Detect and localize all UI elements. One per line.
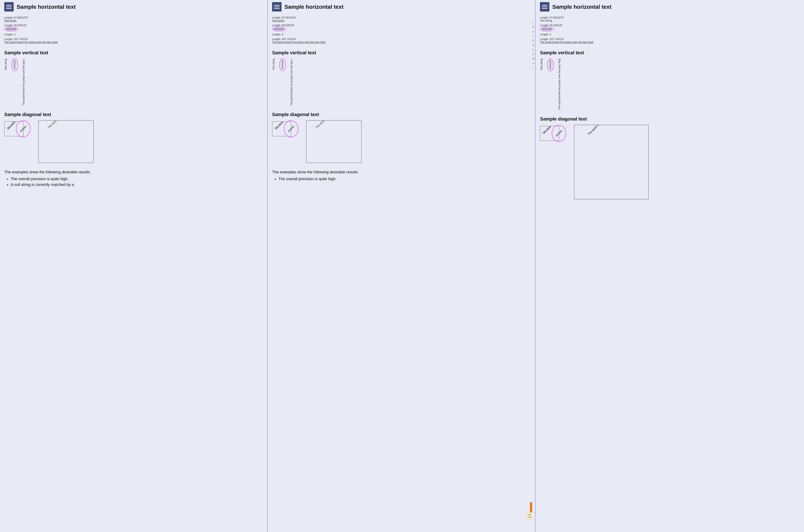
h-item-2-mid: Length: 0 [272, 33, 531, 36]
diag-large-mid: The quick brown fox jumps over the lazy … [306, 120, 362, 163]
diag-small-right: Test string AVAVAV [540, 125, 568, 146]
vertical-section-right: Sample vertical text Test string AVAVAV … [540, 50, 799, 110]
panel-right-title: Sample horizontal text [552, 4, 611, 10]
diagonal-section-right: Sample diagonal text Test string AVAVAV … [540, 116, 799, 200]
h-value-3-left: The quick brown fox jumps over the lazy … [4, 41, 263, 44]
diagonal-text-area-mid: Test string AVAVAV The quick brown fox j… [272, 120, 531, 163]
bullet-list-mid: The overall precision is quite high. [279, 177, 531, 181]
diag-large-left: The quick brown fox jumps over the lazy … [38, 120, 94, 163]
vtext-oval-right: AVAVAV [547, 59, 554, 71]
diag-small-mid: Test string AVAVAV [272, 120, 300, 141]
panel-left-header: Sample horizontal text [4, 2, 263, 12]
diag-oval-left: AVAVAV [16, 120, 31, 137]
h-value-0-mid: Test string [272, 19, 531, 22]
h-label-3-mid: Length: 297.703125 [272, 38, 531, 41]
vtext-1-left: AVAVAV [13, 60, 16, 69]
h-label-1-left: Length: 69.328125 [4, 24, 263, 27]
diag-large-right: The quick brown fox jumps over the lazy … [574, 125, 649, 200]
bullet-0-left: The overall precision is quite high. [11, 177, 263, 181]
body-text-left: The examples show the following desirabl… [4, 169, 263, 175]
panel-mid-title: Sample horizontal text [285, 4, 343, 10]
diagonal-title-right: Sample diagonal text [540, 116, 799, 122]
diagonal-section-left: Sample diagonal text Test string AVAVAV … [4, 112, 263, 163]
panel-right-header: Sample horizontal text [540, 2, 799, 12]
h-item-0-mid: Length: 67.9921875 Test string [272, 16, 531, 22]
horizontal-section-left: Length: 67.9921875 Test string Length: 6… [4, 16, 263, 44]
diag-oval-mid: AVAVAV [284, 120, 298, 137]
diag-large-text-left: The quick brown fox jumps over the lazy … [47, 120, 89, 129]
diagonal-title-mid: Sample diagonal text [272, 112, 531, 117]
h-value-0-right: Test string [540, 19, 799, 22]
h-label-2-mid: Length: 0 [272, 33, 531, 36]
vertical-title-left: Sample vertical text [4, 50, 263, 56]
diag-oval-right: AVAVAV [552, 125, 566, 142]
panel-right: Sample horizontal text Length: 67.992187… [536, 0, 804, 532]
hamburger-icon-mid[interactable] [272, 2, 282, 12]
vertical-section-mid: Sample vertical text Test string AVAVAV … [272, 50, 531, 106]
panel-left-title: Sample horizontal text [17, 4, 76, 10]
h-label-3-left: Length: 297.703125 [4, 38, 263, 41]
vtext-oval-left: AVAVAV [12, 59, 18, 71]
h-item-0-left: Length: 67.9921875 Test string [4, 16, 263, 22]
h-label-0-left: Length: 67.9921875 [4, 16, 263, 19]
diag-small-text-right: Test string [542, 126, 551, 134]
vtext-2-mid: The quick brown fox jumps over the lazy … [290, 59, 293, 106]
h-label-1-right: Length: 69.328125 [540, 24, 799, 27]
diagonal-text-area-right: Test string AVAVAV The quick brown fox j… [540, 125, 799, 200]
edge-letters-mid: i e s i n C L n m o r [533, 21, 535, 69]
diagonal-title-left: Sample diagonal text [4, 112, 263, 117]
panel-left: Sample horizontal text Length: 67.992187… [0, 0, 268, 532]
avavav-oval-right: AVAVAV [540, 27, 554, 31]
diag-small-text-left: Test string [6, 121, 16, 130]
vertical-section-left: Sample vertical text Test string AVAVAV … [4, 50, 263, 106]
bullet-0-mid: The overall precision is quite high. [279, 177, 531, 181]
vtext-1-right-wrap: AVAVAV [547, 59, 554, 71]
horizontal-section-right: Length: 67.9921875 Test string Length: 6… [540, 16, 799, 44]
vtext-1-mid: AVAVAV [281, 60, 284, 69]
avavav-oval-left: AVAVAV [4, 27, 18, 31]
vertical-text-area-right: Test string AVAVAV The quick brown fox j… [540, 59, 799, 110]
h-label-2-left: Length: 0 [4, 33, 263, 36]
h-value-1-left: AVAVAV [6, 27, 16, 31]
h-item-3-left: Length: 297.703125 The quick brown fox j… [4, 38, 263, 44]
diag-large-text-mid: The quick brown fox jumps over the lazy … [315, 120, 357, 129]
h-item-2-right: Length: 0 [540, 33, 799, 36]
h-item-2-left: Length: 0 [4, 33, 263, 36]
vtext-1-mid-wrap: AVAVAV [279, 59, 286, 71]
diag-small-left: Test string AVAVAV [4, 120, 32, 141]
diag-small-text-mid: Test string [274, 121, 283, 130]
h-value-1-mid: AVAVAV [274, 27, 284, 31]
h-item-3-mid: Length: 297.703125 The quick brown fox j… [272, 38, 531, 44]
vertical-text-area-mid: Test string AVAVAV The quick brown fox j… [272, 59, 531, 106]
vtext-0-right: Test string [540, 59, 543, 70]
h-item-1-right: Length: 69.328125 AVAVAV [540, 24, 799, 31]
panel-mid-header: Sample horizontal text [272, 2, 531, 12]
h-value-3-right: The quick brown fox jumps over the lazy … [540, 41, 799, 44]
avavav-oval-mid: AVAVAV [272, 27, 286, 31]
vertical-title-right: Sample vertical text [540, 50, 799, 56]
vertical-title-mid: Sample vertical text [272, 50, 531, 56]
h-value-0-left: Test string [4, 19, 263, 22]
body-text-mid: The examples show the following desirabl… [272, 169, 531, 175]
horizontal-section-mid: Length: 67.9921875 Test string Length: 6… [272, 16, 531, 44]
diag-oval-text-right: AVAVAV [555, 129, 563, 137]
vertical-text-area-left: Test string AVAVAV The quick brown fox j… [4, 59, 263, 106]
h-value-1-right: AVAVAV [542, 27, 552, 31]
h-item-1-left: Length: 69.328125 AVAVAV [4, 24, 263, 31]
h-item-0-right: Length: 67.9921875 Test string [540, 16, 799, 22]
vtext-oval-mid: AVAVAV [279, 59, 286, 71]
h-item-1-mid: Length: 69.328125 AVAVAV [272, 24, 531, 31]
diagonal-section-mid: Sample diagonal text Test string AVAVAV … [272, 112, 531, 163]
h-label-1-mid: Length: 69.328125 [272, 24, 531, 27]
bullet-1-left: A null string is correctly matched by a [11, 183, 263, 187]
vtext-2-left: The quick brown fox jumps over the lazy … [22, 59, 25, 106]
h-item-3-right: Length: 297.703125 The quick brown fox j… [540, 38, 799, 44]
h-label-3-right: Length: 297.703125 [540, 38, 799, 41]
vtext-2-right: The quick brown fox jumps over the lazy … [558, 59, 561, 110]
h-label-0-mid: Length: 67.9921875 [272, 16, 531, 19]
vtext-0-left: Test string [4, 59, 7, 70]
h-value-3-mid: The quick brown fox jumps over the lazy … [272, 41, 531, 44]
hamburger-icon-right[interactable] [540, 2, 549, 12]
vtext-1-left-wrap: AVAVAV [12, 59, 18, 71]
hamburger-icon-left[interactable] [4, 2, 14, 12]
